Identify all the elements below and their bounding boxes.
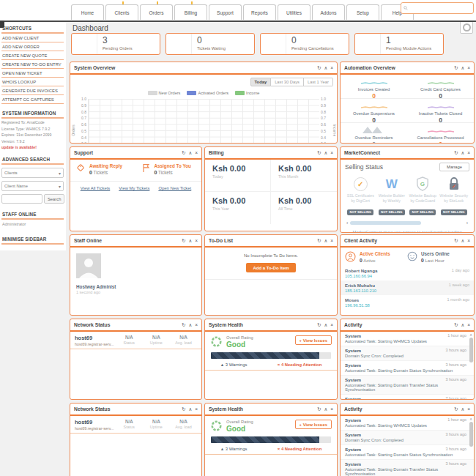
nav-tab-home[interactable]: Home: [71, 4, 104, 20]
chevron-left-icon[interactable]: ‹: [346, 220, 348, 226]
client-ip-link[interactable]: 185.163.110.210: [345, 289, 376, 293]
refresh-icon[interactable]: ↻: [454, 65, 458, 71]
refresh-icon[interactable]: ↻: [182, 322, 185, 328]
stat-pending-orders[interactable]: 3Pending Orders: [71, 33, 160, 55]
refresh-icon[interactable]: ↻: [317, 322, 321, 328]
close-icon[interactable]: ×: [330, 65, 333, 71]
scrollbar-thumb[interactable]: [469, 422, 473, 447]
not-selling-badge[interactable]: NOT SELLING: [441, 209, 467, 215]
search-input[interactable]: [409, 5, 471, 12]
support-link-view-all-tickets[interactable]: View All Tickets: [81, 186, 111, 190]
client-ip-link[interactable]: 105.160.66.94: [345, 274, 377, 278]
shortcut-open-new-ticket[interactable]: OPEN NEW TICKET: [1, 69, 64, 78]
shortcut-attempt-cc-captures[interactable]: ATTEMPT CC CAPTURES: [1, 95, 64, 104]
scroll-up-icon[interactable]: ∧: [469, 417, 473, 421]
shortcut-whois-lookup[interactable]: WHOIS LOOKUP: [1, 78, 64, 86]
range-button-today[interactable]: Today: [250, 78, 272, 86]
shortcut-generate-due-invoices[interactable]: GENERATE DUE INVOICES: [1, 86, 64, 95]
refresh-icon[interactable]: ↻: [317, 406, 321, 412]
close-icon[interactable]: ×: [467, 65, 470, 71]
scroll-up-icon[interactable]: ∧: [469, 332, 473, 337]
minimise-sidebar[interactable]: MINIMISE SIDEBAR: [1, 234, 64, 245]
collapse-icon[interactable]: ∧: [324, 150, 327, 156]
stat-pending-cancellations[interactable]: 0Pending Cancellations: [260, 33, 349, 55]
add-todo-button[interactable]: Add a To-Do Item: [246, 263, 295, 272]
client-ip-link[interactable]: 196.96.51.58: [345, 303, 370, 308]
close-icon[interactable]: ×: [467, 406, 470, 412]
collapse-icon[interactable]: ∧: [324, 65, 327, 71]
manage-button[interactable]: Manage: [439, 163, 469, 171]
close-icon[interactable]: ×: [467, 238, 470, 244]
stat-tickets-waiting[interactable]: 0Tickets Waiting: [166, 33, 255, 55]
collapse-icon[interactable]: ∧: [324, 322, 327, 328]
range-button-last-1-year[interactable]: Last 1 Year: [304, 78, 333, 86]
shortcut-add-new-order[interactable]: ADD NEW ORDER: [1, 42, 64, 51]
global-search[interactable]: [401, 2, 474, 14]
collapse-icon[interactable]: ∧: [461, 65, 464, 71]
collapse-icon[interactable]: ∧: [188, 238, 192, 244]
shortcut-create-new-quote[interactable]: CREATE NEW QUOTE: [1, 51, 64, 60]
support-link-open-new-ticket[interactable]: Open New Ticket: [158, 186, 191, 190]
collapse-icon[interactable]: ∧: [461, 406, 464, 412]
collapse-icon[interactable]: ∧: [461, 322, 464, 328]
refresh-icon[interactable]: ↻: [454, 322, 458, 328]
nav-tab-support[interactable]: Support: [209, 4, 242, 20]
close-icon[interactable]: ×: [195, 322, 198, 328]
close-icon[interactable]: ×: [467, 322, 470, 328]
range-button-last-30-days[interactable]: Last 30 Days: [271, 78, 304, 86]
chevron-right-icon[interactable]: ›: [466, 220, 468, 226]
collapse-icon[interactable]: ∧: [188, 322, 192, 328]
nav-tab-setup[interactable]: Setup: [346, 4, 379, 20]
server-status-row[interactable]: host69 host69.registrar-serv... N/AStatu…: [70, 416, 201, 434]
dashboard-settings-button[interactable]: [460, 21, 473, 34]
activity-scrollbar[interactable]: ∧: [469, 332, 473, 398]
not-selling-badge[interactable]: NOT SELLING: [409, 209, 436, 215]
not-selling-badge[interactable]: NOT SELLING: [379, 209, 405, 215]
refresh-icon[interactable]: ↻: [317, 150, 321, 156]
server-status-row[interactable]: host69 host69.registrar-serv... N/AStatu…: [70, 332, 201, 349]
advanced-search-input[interactable]: [1, 194, 42, 204]
nav-tab-addons[interactable]: Addons: [312, 4, 345, 20]
close-icon[interactable]: ×: [330, 150, 333, 156]
collapse-icon[interactable]: ∧: [461, 150, 464, 156]
view-issues-button[interactable]: + View Issues: [295, 335, 332, 345]
scrollbar-thumb[interactable]: [469, 338, 473, 362]
client-activity-row[interactable]: Moses196.96.51.581 month ago: [341, 295, 474, 310]
collapse-icon[interactable]: ∧: [188, 150, 192, 156]
refresh-icon[interactable]: ↻: [182, 406, 185, 412]
nav-tab-reports[interactable]: Reports: [243, 4, 276, 20]
stat-pending-module-actions[interactable]: 1Pending Module Actions: [354, 33, 444, 55]
refresh-icon[interactable]: ↻: [182, 150, 185, 156]
collapse-icon[interactable]: ∧: [461, 238, 464, 244]
nav-tab-orders[interactable]: Orders: [140, 4, 173, 20]
shortcut-add-new-client[interactable]: ADD NEW CLIENT: [1, 34, 64, 42]
refresh-icon[interactable]: ↻: [454, 150, 458, 156]
refresh-icon[interactable]: ↻: [317, 65, 321, 71]
nav-tab-clients[interactable]: Clients: [105, 4, 138, 20]
advanced-search-type-select[interactable]: Clients ▾: [1, 168, 64, 178]
refresh-icon[interactable]: ↻: [454, 238, 458, 244]
collapse-icon[interactable]: ∧: [188, 406, 192, 412]
close-icon[interactable]: ×: [330, 238, 333, 244]
refresh-icon[interactable]: ↻: [317, 238, 321, 244]
advanced-search-button[interactable]: Search: [44, 194, 64, 204]
refresh-icon[interactable]: ↻: [182, 238, 185, 244]
advanced-search-field-select[interactable]: Client Name ▾: [1, 181, 64, 191]
close-icon[interactable]: ×: [195, 238, 198, 244]
shortcut-create-new-to-do-entry[interactable]: CREATE NEW TO-DO ENTRY: [1, 60, 64, 69]
view-issues-button[interactable]: + View Issues: [295, 420, 332, 429]
not-selling-badge[interactable]: NOT SELLING: [347, 209, 373, 215]
close-icon[interactable]: ×: [195, 406, 198, 412]
close-icon[interactable]: ×: [330, 406, 333, 412]
client-activity-row[interactable]: Robert Nganga105.160.66.941 day ago: [341, 266, 474, 280]
collapse-icon[interactable]: ∧: [324, 238, 327, 244]
nav-tab-billing[interactable]: Billing: [174, 4, 207, 20]
close-icon[interactable]: ×: [330, 322, 333, 328]
scrollbar-thumb[interactable]: [350, 221, 420, 225]
refresh-icon[interactable]: ↻: [454, 406, 458, 412]
collapse-icon[interactable]: ∧: [324, 406, 327, 412]
activity-scrollbar[interactable]: ∧: [469, 417, 473, 476]
close-icon[interactable]: ×: [195, 150, 198, 156]
client-activity-row[interactable]: Erick Muhuhu185.163.110.2101 week ago: [341, 280, 474, 295]
nav-tab-utilities[interactable]: Utilities: [278, 4, 310, 20]
